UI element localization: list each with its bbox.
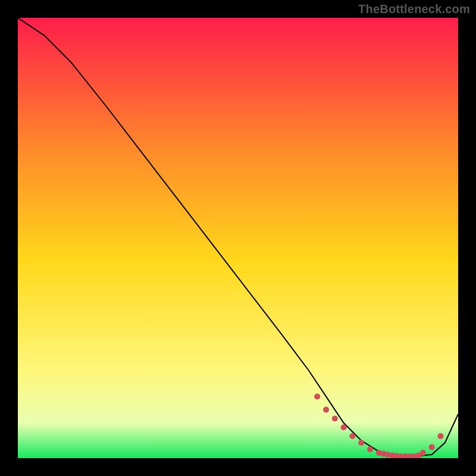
watermark-text: TheBottleneck.com: [358, 2, 470, 16]
gradient-background: [18, 18, 458, 458]
marker-point: [429, 444, 435, 450]
plot-area: [18, 18, 458, 458]
marker-point: [420, 450, 426, 456]
marker-point: [341, 424, 347, 430]
marker-point: [349, 433, 355, 439]
marker-point: [314, 393, 320, 399]
marker-point: [358, 440, 364, 446]
marker-point: [323, 407, 329, 413]
marker-point: [332, 415, 338, 421]
chart-svg: [18, 18, 458, 458]
marker-point: [437, 433, 443, 439]
marker-point: [367, 446, 373, 452]
chart-container: TheBottleneck.com: [0, 0, 476, 476]
